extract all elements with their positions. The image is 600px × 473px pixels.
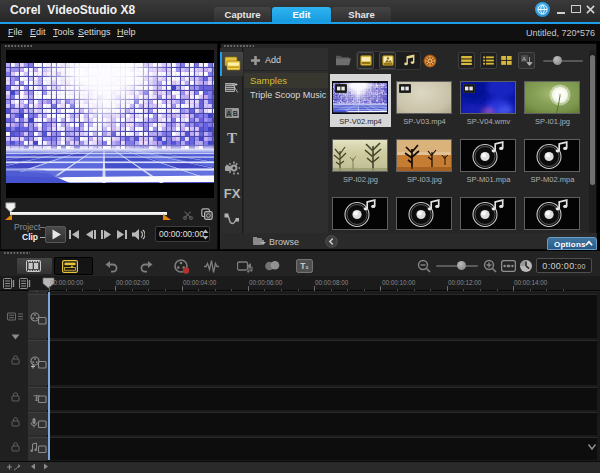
svg-text:T₁: T₁ <box>300 261 309 271</box>
svg-text:A: A <box>226 110 231 117</box>
svg-text:B: B <box>233 110 238 117</box>
svg-text:A: A <box>522 56 526 62</box>
